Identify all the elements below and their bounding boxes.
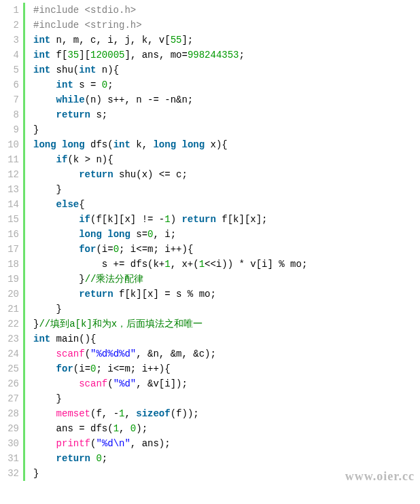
code-token: for	[56, 363, 73, 374]
code-token: 0	[102, 79, 107, 90]
code-token	[33, 363, 56, 374]
code-line: return 0;	[33, 451, 307, 466]
code-line: int shu(int n){	[33, 62, 307, 77]
code-token	[102, 229, 107, 240]
code-token: x){	[205, 139, 228, 150]
code-line: memset(f, -1, sizeof(f));	[33, 406, 307, 421]
code-line: }//填到a[k]和为x，后面填法之和唯一	[33, 317, 307, 331]
code-token: s =	[73, 79, 102, 90]
code-token: ][	[79, 50, 90, 60]
code-line: scanf("%d", &v[i]);	[33, 376, 307, 391]
code-token: 120005	[90, 50, 124, 60]
code-line: #include <stdio.h>	[33, 3, 307, 18]
code-token: ];	[181, 35, 193, 46]
code-token: k,	[130, 139, 154, 150]
code-line: int n, m, c, i, j, k, v[55];	[33, 33, 307, 48]
code-token: ;	[102, 453, 107, 464]
code-token: , &n, &m, &c);	[136, 348, 216, 359]
code-token: while	[56, 94, 85, 105]
line-number: 10	[3, 137, 19, 152]
code-token: 0	[113, 244, 119, 255]
code-token: (	[107, 378, 113, 389]
code-line: return shu(x) <= c;	[33, 167, 307, 182]
code-token: ; i<=m; i++){	[119, 244, 193, 255]
code-token: , &v[i]);	[136, 378, 188, 389]
code-token: n, m, c, i, j, k, v[	[50, 35, 170, 46]
code-token: (f[k][x] != -	[90, 214, 164, 225]
code-token	[33, 199, 56, 210]
line-number: 1	[3, 3, 19, 18]
code-token: return	[79, 289, 113, 300]
code-block: 1234567891011121314151617181920212223242…	[0, 0, 420, 481]
line-number: 16	[3, 227, 19, 242]
code-token: 998244353	[188, 50, 239, 60]
code-line: }	[33, 466, 307, 481]
code-line: int f[35][120005], ans, mo=998244353;	[33, 48, 307, 62]
code-token: ,	[124, 408, 136, 419]
code-token: ;	[239, 50, 245, 60]
line-number: 13	[3, 182, 19, 197]
code-token: ,	[119, 423, 130, 434]
code-token: "%d"	[113, 378, 137, 389]
line-number: 5	[3, 62, 19, 77]
code-token: 0	[96, 453, 101, 464]
code-token: 1	[164, 259, 170, 270]
code-token: shu(x) <= c;	[113, 169, 188, 180]
code-token	[33, 348, 56, 359]
code-token: 1	[164, 214, 170, 225]
code-token: (k > n){	[67, 154, 113, 165]
code-line: s += dfs(k+1, x+(1<<i)) * v[i] % mo;	[33, 257, 307, 272]
code-token: //填到a[k]和为x，后面填法之和唯一	[39, 319, 203, 329]
line-number: 25	[3, 361, 19, 376]
line-number: 22	[3, 317, 19, 331]
code-line: }//乘法分配律	[33, 272, 307, 287]
code-token: }	[33, 124, 39, 135]
line-number: 2	[3, 18, 19, 33]
code-token: f[	[50, 50, 67, 60]
code-line: ans = dfs(1, 0);	[33, 421, 307, 436]
code-token: ], ans, mo=	[124, 50, 187, 60]
code-token: f[k][x] = s % mo;	[113, 289, 216, 300]
code-token: shu(	[50, 65, 79, 75]
code-line: else{	[33, 197, 307, 212]
code-token: {	[79, 199, 84, 210]
line-number: 29	[3, 421, 19, 436]
code-token: , ans);	[130, 438, 171, 449]
line-number: 14	[3, 197, 19, 212]
code-token: }	[33, 184, 62, 195]
line-number: 26	[3, 376, 19, 391]
code-token: scanf	[79, 378, 107, 389]
code-token	[33, 438, 56, 449]
code-line: for(i=0; i<=m; i++){	[33, 361, 307, 376]
code-token: int	[33, 35, 50, 46]
line-number: 31	[3, 451, 19, 466]
line-number: 9	[3, 122, 19, 137]
code-token	[33, 109, 56, 120]
code-token: long	[33, 139, 56, 150]
code-token: long	[181, 139, 205, 150]
line-number: 32	[3, 466, 19, 481]
code-token	[33, 154, 56, 165]
code-line: int main(){	[33, 331, 307, 346]
code-token	[33, 378, 79, 389]
code-token: for	[79, 244, 96, 255]
line-number: 3	[3, 33, 19, 48]
code-line: int s = 0;	[33, 77, 307, 92]
line-number: 30	[3, 436, 19, 451]
code-token	[33, 229, 79, 240]
code-token: main(){	[50, 334, 96, 344]
code-line: }	[33, 391, 307, 406]
code-token: else	[56, 199, 80, 210]
code-token: return	[181, 214, 215, 225]
code-token: f[k][x];	[216, 214, 268, 225]
code-token: printf	[56, 438, 90, 449]
code-token: (f, -	[90, 408, 119, 419]
line-number: 20	[3, 287, 19, 302]
code-token: s += dfs(k+	[33, 259, 164, 270]
code-token: }	[33, 274, 85, 285]
line-number: 8	[3, 107, 19, 122]
code-token: long	[153, 139, 176, 150]
code-token: int	[33, 50, 50, 60]
code-token: 1	[199, 259, 205, 270]
code-token: dfs(	[85, 139, 113, 150]
